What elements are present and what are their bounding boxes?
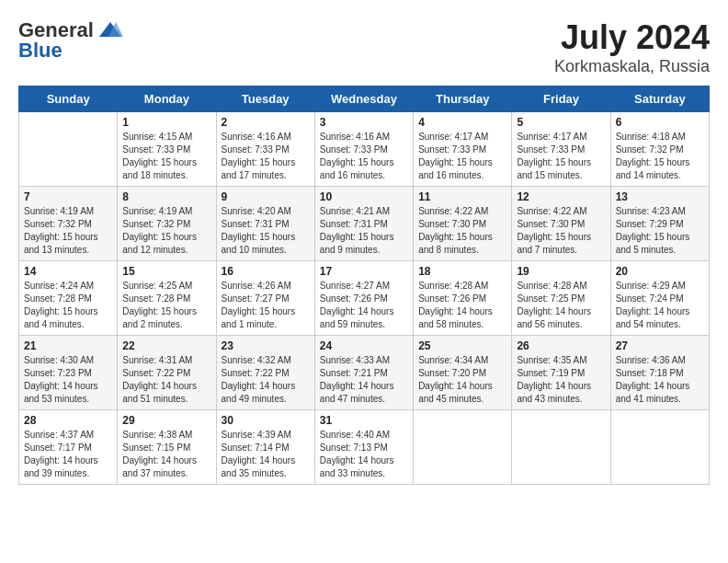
- calendar-body: 1Sunrise: 4:15 AMSunset: 7:33 PMDaylight…: [19, 112, 710, 485]
- calendar-table: SundayMondayTuesdayWednesdayThursdayFrid…: [18, 86, 710, 485]
- day-info: Sunrise: 4:30 AMSunset: 7:23 PMDaylight:…: [24, 354, 112, 406]
- calendar-cell: [512, 410, 610, 485]
- calendar-cell: 14Sunrise: 4:24 AMSunset: 7:28 PMDayligh…: [19, 261, 118, 336]
- day-info: Sunrise: 4:26 AMSunset: 7:27 PMDaylight:…: [222, 280, 310, 331]
- day-info: Sunrise: 4:15 AMSunset: 7:33 PMDaylight:…: [122, 131, 210, 182]
- day-info: Sunrise: 4:20 AMSunset: 7:31 PMDaylight:…: [222, 205, 310, 257]
- calendar-cell: 9Sunrise: 4:20 AMSunset: 7:31 PMDaylight…: [216, 187, 314, 261]
- calendar-week-row: 21Sunrise: 4:30 AMSunset: 7:23 PMDayligh…: [19, 336, 710, 410]
- day-info: Sunrise: 4:34 AMSunset: 7:20 PMDaylight:…: [418, 354, 506, 406]
- day-number: 31: [320, 414, 408, 427]
- day-number: 12: [517, 190, 605, 203]
- weekday-header-wednesday: Wednesday: [314, 86, 413, 112]
- day-number: 29: [122, 414, 210, 427]
- day-number: 8: [122, 190, 210, 203]
- day-number: 18: [418, 265, 506, 278]
- day-number: 4: [418, 116, 506, 129]
- weekday-header-friday: Friday: [512, 86, 610, 112]
- day-number: 28: [24, 414, 112, 427]
- calendar-week-row: 14Sunrise: 4:24 AMSunset: 7:28 PMDayligh…: [19, 261, 710, 336]
- day-info: Sunrise: 4:22 AMSunset: 7:30 PMDaylight:…: [517, 205, 605, 257]
- calendar-cell: 18Sunrise: 4:28 AMSunset: 7:26 PMDayligh…: [414, 261, 512, 336]
- calendar-cell: 22Sunrise: 4:31 AMSunset: 7:22 PMDayligh…: [118, 336, 216, 410]
- day-info: Sunrise: 4:38 AMSunset: 7:15 PMDaylight:…: [122, 429, 210, 480]
- logo-blue-text: Blue: [18, 39, 63, 63]
- day-number: 19: [517, 265, 605, 278]
- day-number: 23: [222, 339, 310, 352]
- day-info: Sunrise: 4:31 AMSunset: 7:22 PMDaylight:…: [122, 354, 210, 406]
- calendar-cell: [610, 410, 709, 485]
- calendar-cell: 10Sunrise: 4:21 AMSunset: 7:31 PMDayligh…: [314, 187, 413, 261]
- day-info: Sunrise: 4:18 AMSunset: 7:32 PMDaylight:…: [616, 131, 704, 182]
- day-info: Sunrise: 4:35 AMSunset: 7:19 PMDaylight:…: [517, 354, 605, 406]
- day-info: Sunrise: 4:33 AMSunset: 7:21 PMDaylight:…: [320, 354, 408, 406]
- calendar-subtitle: Korkmaskala, Russia: [554, 57, 710, 76]
- day-number: 1: [122, 116, 210, 129]
- day-number: 15: [122, 265, 210, 278]
- day-info: Sunrise: 4:32 AMSunset: 7:22 PMDaylight:…: [222, 354, 310, 406]
- day-number: 9: [222, 190, 310, 203]
- calendar-cell: 28Sunrise: 4:37 AMSunset: 7:17 PMDayligh…: [19, 410, 118, 485]
- day-info: Sunrise: 4:17 AMSunset: 7:33 PMDaylight:…: [517, 131, 605, 182]
- weekday-row: SundayMondayTuesdayWednesdayThursdayFrid…: [19, 86, 710, 112]
- day-number: 26: [517, 339, 605, 352]
- day-info: Sunrise: 4:40 AMSunset: 7:13 PMDaylight:…: [320, 429, 408, 480]
- logo-icon: [97, 20, 123, 40]
- day-info: Sunrise: 4:19 AMSunset: 7:32 PMDaylight:…: [24, 205, 112, 257]
- calendar-title: July 2024: [554, 18, 710, 57]
- calendar-header: SundayMondayTuesdayWednesdayThursdayFrid…: [19, 86, 710, 112]
- weekday-header-sunday: Sunday: [19, 86, 118, 112]
- calendar-cell: 1Sunrise: 4:15 AMSunset: 7:33 PMDaylight…: [118, 112, 216, 187]
- calendar-cell: 23Sunrise: 4:32 AMSunset: 7:22 PMDayligh…: [216, 336, 314, 410]
- day-number: 20: [616, 265, 704, 278]
- weekday-header-monday: Monday: [118, 86, 216, 112]
- day-info: Sunrise: 4:25 AMSunset: 7:28 PMDaylight:…: [122, 280, 210, 331]
- weekday-header-thursday: Thursday: [414, 86, 512, 112]
- day-info: Sunrise: 4:23 AMSunset: 7:29 PMDaylight:…: [616, 205, 704, 257]
- page-header: General Blue July 2024 Korkmaskala, Russ…: [18, 18, 710, 76]
- day-number: 11: [418, 190, 506, 203]
- day-number: 16: [222, 265, 310, 278]
- calendar-cell: 30Sunrise: 4:39 AMSunset: 7:14 PMDayligh…: [216, 410, 314, 485]
- day-number: 10: [320, 190, 408, 203]
- calendar-cell: 29Sunrise: 4:38 AMSunset: 7:15 PMDayligh…: [118, 410, 216, 485]
- calendar-cell: [19, 112, 118, 187]
- calendar-cell: 2Sunrise: 4:16 AMSunset: 7:33 PMDaylight…: [216, 112, 314, 187]
- day-info: Sunrise: 4:27 AMSunset: 7:26 PMDaylight:…: [320, 280, 408, 331]
- calendar-week-row: 7Sunrise: 4:19 AMSunset: 7:32 PMDaylight…: [19, 187, 710, 261]
- calendar-cell: 3Sunrise: 4:16 AMSunset: 7:33 PMDaylight…: [314, 112, 413, 187]
- day-info: Sunrise: 4:16 AMSunset: 7:33 PMDaylight:…: [222, 131, 310, 182]
- day-info: Sunrise: 4:24 AMSunset: 7:28 PMDaylight:…: [24, 280, 112, 331]
- calendar-cell: 31Sunrise: 4:40 AMSunset: 7:13 PMDayligh…: [314, 410, 413, 485]
- day-info: Sunrise: 4:37 AMSunset: 7:17 PMDaylight:…: [24, 429, 112, 480]
- day-info: Sunrise: 4:29 AMSunset: 7:24 PMDaylight:…: [616, 280, 704, 331]
- calendar-cell: 17Sunrise: 4:27 AMSunset: 7:26 PMDayligh…: [314, 261, 413, 336]
- calendar-cell: 11Sunrise: 4:22 AMSunset: 7:30 PMDayligh…: [414, 187, 512, 261]
- day-info: Sunrise: 4:19 AMSunset: 7:32 PMDaylight:…: [122, 205, 210, 257]
- logo: General Blue: [18, 18, 123, 63]
- day-number: 5: [517, 116, 605, 129]
- day-number: 30: [222, 414, 310, 427]
- day-info: Sunrise: 4:17 AMSunset: 7:33 PMDaylight:…: [418, 131, 506, 182]
- calendar-cell: 13Sunrise: 4:23 AMSunset: 7:29 PMDayligh…: [610, 187, 709, 261]
- weekday-header-saturday: Saturday: [610, 86, 709, 112]
- day-info: Sunrise: 4:39 AMSunset: 7:14 PMDaylight:…: [222, 429, 310, 480]
- calendar-cell: 26Sunrise: 4:35 AMSunset: 7:19 PMDayligh…: [512, 336, 610, 410]
- day-number: 24: [320, 339, 408, 352]
- day-number: 6: [616, 116, 704, 129]
- day-info: Sunrise: 4:36 AMSunset: 7:18 PMDaylight:…: [616, 354, 704, 406]
- calendar-cell: 25Sunrise: 4:34 AMSunset: 7:20 PMDayligh…: [414, 336, 512, 410]
- calendar-cell: 8Sunrise: 4:19 AMSunset: 7:32 PMDaylight…: [118, 187, 216, 261]
- day-number: 25: [418, 339, 506, 352]
- calendar-cell: [414, 410, 512, 485]
- calendar-cell: 5Sunrise: 4:17 AMSunset: 7:33 PMDaylight…: [512, 112, 610, 187]
- calendar-week-row: 1Sunrise: 4:15 AMSunset: 7:33 PMDaylight…: [19, 112, 710, 187]
- day-number: 13: [616, 190, 704, 203]
- title-block: July 2024 Korkmaskala, Russia: [554, 18, 710, 76]
- calendar-cell: 24Sunrise: 4:33 AMSunset: 7:21 PMDayligh…: [314, 336, 413, 410]
- day-number: 21: [24, 339, 112, 352]
- calendar-cell: 4Sunrise: 4:17 AMSunset: 7:33 PMDaylight…: [414, 112, 512, 187]
- calendar-cell: 21Sunrise: 4:30 AMSunset: 7:23 PMDayligh…: [19, 336, 118, 410]
- calendar-cell: 20Sunrise: 4:29 AMSunset: 7:24 PMDayligh…: [610, 261, 709, 336]
- day-number: 3: [320, 116, 408, 129]
